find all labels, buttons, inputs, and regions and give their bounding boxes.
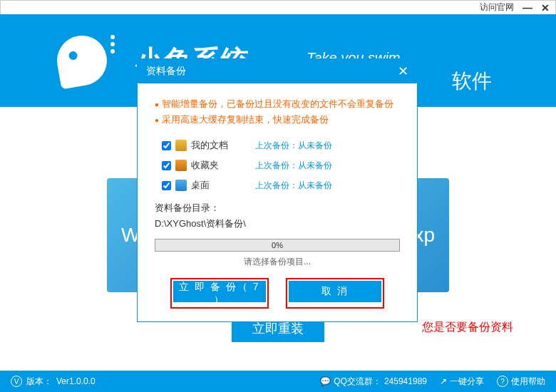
info-text-2: 采用高速大缓存复制结束，快速完成备份 bbox=[155, 113, 400, 126]
backup-item-favorites: 收藏夹 上次备份：从未备份 bbox=[162, 159, 400, 172]
modal-title: 资料备份 bbox=[146, 65, 186, 78]
help-button[interactable]: ? 使用帮助 bbox=[497, 376, 545, 388]
subbrand: 软件 bbox=[452, 68, 492, 95]
chat-icon: 💬 bbox=[320, 376, 331, 386]
version-label: 版本： bbox=[26, 376, 52, 388]
checkbox-documents[interactable] bbox=[162, 141, 171, 150]
documents-icon bbox=[175, 140, 187, 151]
favorites-icon bbox=[175, 160, 187, 171]
fish-icon bbox=[53, 31, 110, 89]
backup-modal: 资料备份 ✕ 智能增量备份，已备份过且没有改变的文件不会重复备份 采用高速大缓存… bbox=[137, 58, 418, 322]
modal-close-icon[interactable]: ✕ bbox=[398, 63, 408, 79]
item-label: 我的文档 bbox=[191, 139, 255, 152]
checkbox-desktop[interactable] bbox=[162, 181, 171, 190]
highlight-box: 立 即 备 份（ 7 ） bbox=[170, 278, 269, 309]
backup-item-documents: 我的文档 上次备份：从未备份 bbox=[162, 139, 400, 152]
item-label: 桌面 bbox=[191, 179, 255, 192]
close-button[interactable]: ✕ bbox=[541, 2, 550, 14]
status-text: 请选择备份项目... bbox=[155, 256, 400, 268]
backup-now-button[interactable]: 立 即 备 份（ 7 ） bbox=[173, 281, 266, 302]
official-site-link[interactable]: 访问官网 bbox=[480, 1, 514, 14]
annotation-text: 您是否要备份资料 bbox=[422, 320, 513, 335]
last-backup-text: 上次备份：从未备份 bbox=[255, 140, 332, 152]
backup-path-value: D:\XYGhost\资料备份\ bbox=[155, 217, 400, 230]
share-icon: ↗ bbox=[440, 376, 447, 386]
info-text-1: 智能增量备份，已备份过且没有改变的文件不会重复备份 bbox=[155, 98, 400, 110]
version-value: Ver1.0.0.0 bbox=[56, 376, 96, 386]
last-backup-text: 上次备份：从未备份 bbox=[255, 180, 332, 192]
progress-bar: 0% bbox=[155, 239, 400, 252]
checkbox-favorites[interactable] bbox=[162, 161, 171, 170]
help-icon: ? bbox=[497, 376, 508, 387]
desktop-icon bbox=[175, 180, 187, 191]
backup-item-desktop: 桌面 上次备份：从未备份 bbox=[162, 179, 400, 192]
footer: V 版本： Ver1.0.0.0 💬 QQ交流群： 245941989 ↗ 一键… bbox=[0, 371, 556, 392]
version-icon: V bbox=[11, 376, 22, 387]
highlight-box: 取 消 bbox=[286, 278, 384, 309]
bubbles-icon bbox=[110, 32, 115, 56]
cancel-button[interactable]: 取 消 bbox=[289, 281, 381, 302]
backup-path-label: 资料备份目录： bbox=[155, 202, 400, 215]
qq-group[interactable]: 💬 QQ交流群： 245941989 bbox=[320, 376, 427, 388]
last-backup-text: 上次备份：从未备份 bbox=[255, 160, 332, 172]
share-button[interactable]: ↗ 一键分享 bbox=[440, 376, 484, 388]
item-label: 收藏夹 bbox=[191, 159, 255, 172]
minimize-button[interactable]: — bbox=[522, 2, 532, 14]
